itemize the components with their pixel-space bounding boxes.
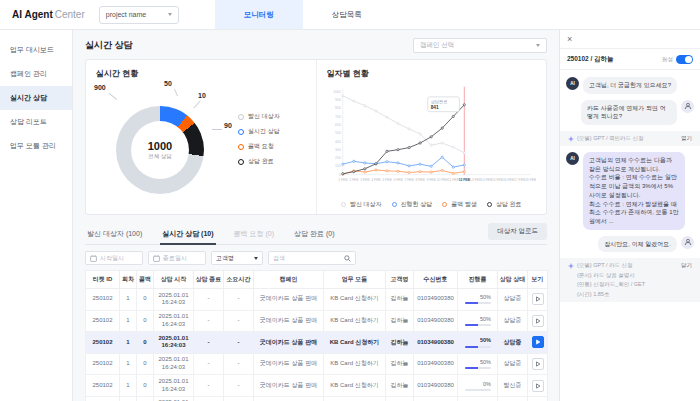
table-row[interactable]: 250102102025.01.0116:24:03--굿데이카드 상품 판매K… [86, 332, 548, 354]
cell-module: KB Card 신청하기 [324, 310, 386, 332]
legend-marker-icon [238, 129, 244, 135]
cell-status: 상담중 [498, 353, 528, 375]
cell-status: 상담중 [498, 332, 528, 354]
upload-targets-button[interactable]: 대상자 업로드 [488, 223, 547, 240]
cell-module: KB Card 신청하기 [324, 353, 386, 375]
play-button[interactable] [532, 315, 544, 327]
sidebar-item-4[interactable]: 업무 모듈 관리 [0, 134, 72, 158]
ai-avatar: AI [566, 77, 579, 90]
play-button[interactable] [532, 293, 544, 305]
start-date-input[interactable]: 시작일시 [85, 251, 143, 265]
close-icon[interactable]: × [567, 35, 572, 44]
sidebar-item-0[interactable]: 업무 대시보드 [0, 38, 72, 62]
daily-line-chart: 010020030040050060070080090010001 FEB2 F… [327, 81, 537, 199]
end-date-input[interactable]: 종료일시 [148, 251, 206, 265]
sidebar-item-2[interactable]: 실시간 상담 [0, 86, 72, 110]
table-row[interactable]: 250102102025.01.0116:24:03--굿데이카드 상품 판매K… [86, 353, 548, 375]
search-input[interactable]: 검색 [268, 251, 356, 265]
list-tabs: 발신 대상자 (100)실시간 상담 (10)콜백 요청 (0)상담 완료 (0… [85, 224, 336, 244]
cell-start: 2025.01.0116:24:03 [154, 310, 194, 332]
cell-campaign: 굿데이카드 상품 판매 [254, 353, 324, 375]
chevron-down-icon [168, 13, 172, 16]
cell-module: KB Card 신청하기 [324, 289, 386, 311]
cell-callback: 0 [137, 396, 154, 401]
chat-messages: AI고객님, 더 궁금한게 있으세요?카드 사용중에 연체가 되면 어떻게 되나… [560, 70, 700, 401]
list-tab-1[interactable]: 실시간 상담 (10) [160, 224, 215, 245]
nav-tab-1[interactable]: 상담목록 [303, 0, 391, 29]
user-avatar-icon [681, 236, 694, 249]
column-header-10: 진행률 [458, 271, 498, 289]
table-row[interactable]: 250102102025.01.0116:24:03--굿데이카드 상품 판매K… [86, 310, 548, 332]
logo-text-bold: AI Agent [12, 9, 53, 20]
ai-message: 고객님, 더 궁금한게 있으세요? [583, 77, 677, 94]
tool-action-link[interactable]: 열기 [681, 135, 692, 142]
chat-panel-top: × [560, 30, 700, 49]
cell-round: 1 [120, 289, 137, 311]
cell-duration: - [224, 396, 254, 401]
sidebar-item-1[interactable]: 캠페인 관리 [0, 62, 72, 86]
column-header-12: 보기 [528, 271, 548, 289]
svg-text:700: 700 [335, 115, 341, 119]
sidebar-item-3[interactable]: 상담 리포트 [0, 110, 72, 134]
list-tab-3[interactable]: 상담 완료 (0) [292, 224, 336, 244]
legend-marker-icon [238, 144, 244, 150]
tool-action-link[interactable]: 닫기 [681, 262, 692, 269]
cell-ticket: 250102 [86, 310, 120, 332]
sparkle-icon [568, 136, 574, 142]
ai-message-row: AI고객님의 연체 수수료는 다음과 같은 방식으로 계산됩니다. 수수료 비율… [566, 152, 694, 230]
search-field-select[interactable]: 고객명 [211, 251, 263, 265]
cell-customer: 김하늘 [386, 396, 414, 401]
cell-status: 상담중 [498, 310, 528, 332]
table-row[interactable]: 250102102025.01.0116:24:03--굿데이카드 상품 판매K… [86, 375, 548, 397]
donut-leader-line [212, 129, 222, 130]
line-legend-item-0: 발신 대상자 [341, 200, 382, 209]
realtime-status-title: 실시간 현황 [96, 68, 306, 79]
tool-call-header: (모델) GPT / 국민카드 신청열기 [568, 135, 692, 142]
column-header-6: 캠페인 [254, 271, 324, 289]
svg-text:6 FEB: 6 FEB [393, 178, 403, 182]
column-header-9: 수신번호 [414, 271, 458, 289]
donut-center: 1000 전체 상담 [131, 121, 189, 179]
donut-value-live-sessions: 50 [164, 80, 172, 87]
cell-start: 2025.01.0116:24:03 [154, 332, 194, 354]
project-select[interactable]: project name [99, 6, 179, 24]
campaign-select[interactable]: 캠페인 선택 [413, 38, 547, 53]
user-avatar-icon [681, 100, 694, 113]
sessions-table: 티켓 ID회차콜백상담 시작상담 종료소요시간캠페인업무 모듈고객명수신번호진행… [85, 270, 548, 401]
list-tab-0[interactable]: 발신 대상자 (100) [85, 224, 144, 244]
column-header-11: 상담 상태 [498, 271, 528, 289]
table-row[interactable]: 250102102025.01.0116:24:03--굿데이카드 상품 판매K… [86, 289, 548, 311]
cell-campaign: 굿데이카드 상품 판매 [254, 396, 324, 401]
ai-avatar: AI [566, 152, 579, 165]
sidebar: 업무 대시보드캠페인 관리실시간 상담상담 리포트업무 모듈 관리 [0, 30, 73, 401]
table-header-row: 티켓 ID회차콜백상담 시작상담 종료소요시간캠페인업무 모듈고객명수신번호진행… [86, 271, 548, 289]
cell-ticket: 250102 [86, 289, 120, 311]
cell-round: 1 [120, 310, 137, 332]
nav-tab-0[interactable]: 모니터링 [215, 0, 303, 29]
svg-text:400: 400 [335, 140, 341, 144]
cell-view [528, 332, 548, 354]
cell-customer: 김하늘 [386, 353, 414, 375]
ai-message-row: AI고객님, 더 궁금한게 있으세요? [566, 77, 694, 94]
cell-start: 2025.01.0116:24:03 [154, 396, 194, 401]
list-tab-2[interactable]: 콜백 요청 (0) [232, 224, 276, 244]
play-button[interactable] [532, 336, 544, 348]
tool-call-card: (모델) GPT / 카드 신청닫기(문서) 카드 상품 설명서(연동) 신청카… [560, 258, 700, 302]
play-button[interactable] [532, 380, 544, 392]
cell-view [528, 375, 548, 397]
column-header-4: 상담 종료 [194, 271, 224, 289]
legend-marker-icon [392, 202, 397, 207]
cell-customer: 김하늘 [386, 289, 414, 311]
voice-toggle[interactable] [676, 55, 693, 64]
cell-round: 1 [120, 353, 137, 375]
table-row[interactable]: 250102102025.01.0116:24:03--굿데이카드 상품 판매K… [86, 396, 548, 401]
cell-phone: 01034900380 [414, 332, 458, 354]
cell-start: 2025.01.0116:24:03 [154, 289, 194, 311]
legend-marker-icon [442, 202, 447, 207]
column-header-8: 고객명 [386, 271, 414, 289]
legend-marker-icon [341, 202, 346, 207]
legend-marker-icon [487, 202, 492, 207]
svg-text:300: 300 [335, 148, 341, 152]
play-button[interactable] [532, 358, 544, 370]
start-date-placeholder: 시작일시 [100, 254, 124, 263]
